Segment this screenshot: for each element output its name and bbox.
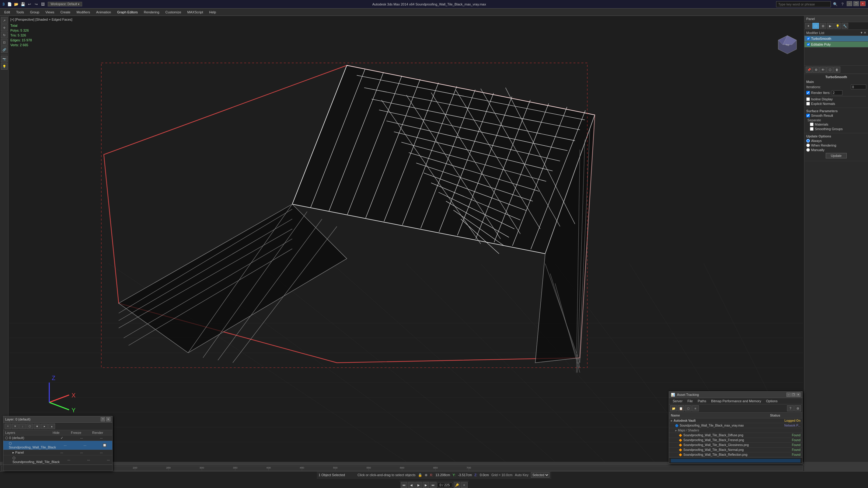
panel-tab-modify[interactable]: ⬡ — [812, 23, 819, 29]
panel-tab-utilities[interactable]: 🔧 — [841, 23, 848, 29]
remove-modifier-btn[interactable]: 🗑 — [834, 67, 840, 73]
close-button[interactable]: ✕ — [860, 1, 866, 6]
modifier-editable-poly[interactable]: Editable Poly — [804, 42, 868, 47]
render-iters-input[interactable] — [832, 90, 842, 95]
menu-create[interactable]: Create — [57, 8, 73, 15]
layer-select-objects-btn[interactable]: ⬡ — [27, 424, 33, 429]
layer-collapse-btn[interactable]: ▴ — [49, 424, 55, 429]
menu-modifiers[interactable]: Modifiers — [73, 8, 93, 15]
layer-delete-btn[interactable]: ✕ — [12, 424, 19, 429]
asset-panel-minimize-btn[interactable]: – — [786, 393, 791, 397]
menu-maxscript[interactable]: MAXScript — [184, 8, 206, 15]
menu-animation[interactable]: Animation — [93, 8, 114, 15]
asset-row-maps[interactable]: ▸ Maps / Shaders — [669, 428, 802, 433]
undo-icon[interactable]: ↩ — [27, 1, 33, 7]
when-rendering-radio[interactable] — [806, 143, 810, 147]
open-icon[interactable]: 📂 — [13, 1, 19, 7]
help-search-input[interactable] — [776, 1, 831, 7]
asset-menu-options[interactable]: Options — [764, 399, 780, 403]
asset-row-max-file[interactable]: 🔵 Soundproofing_Wall_Tile_Black_max_vray… — [669, 423, 802, 428]
layer-row-soundproofing[interactable]: ⬡ Soundproofing_Wall_Tile_Black ··· ··· … — [3, 441, 112, 450]
menu-rendering[interactable]: Rendering — [141, 8, 162, 15]
panel-tab-motion[interactable]: ▶ — [827, 23, 834, 29]
update-button[interactable]: Update — [826, 153, 847, 158]
explicit-normals-checkbox[interactable] — [806, 102, 810, 105]
panel-tab-display[interactable]: 💡 — [834, 23, 841, 29]
menu-views[interactable]: Views — [42, 8, 57, 15]
asset-menu-file[interactable]: File — [685, 399, 695, 403]
asset-panel-close-btn[interactable]: ✕ — [796, 393, 801, 397]
set-key-btn[interactable]: + — [461, 482, 468, 488]
asset-row-fresnel[interactable]: 🔶 Soundproofing_Wall_Tile_Black_Fresnel.… — [669, 438, 802, 443]
link-tool-btn[interactable]: 🔗 — [1, 46, 8, 53]
asset-menu-server[interactable]: Server — [670, 399, 685, 403]
modifier-editable-poly-checkbox[interactable] — [807, 43, 810, 46]
asset-row-vault[interactable]: ▸ Autodesk Vault Logged On — [669, 418, 802, 423]
next-frame-btn[interactable]: ▶ — [423, 482, 429, 488]
play-btn[interactable]: ▶ — [415, 482, 422, 488]
layer-new-btn[interactable]: + — [5, 424, 11, 429]
menu-help[interactable]: Help — [206, 8, 219, 15]
menu-tools[interactable]: Tools — [13, 8, 27, 15]
smooth-result-checkbox[interactable] — [806, 114, 810, 117]
layer-row-panel[interactable]: ▸ Panel ··· ··· ··· — [3, 450, 112, 455]
asset-toolbar-btn2[interactable]: 📋 — [678, 405, 684, 411]
modifier-list-close-btn[interactable]: ✕ — [864, 31, 866, 34]
manually-radio[interactable] — [806, 148, 810, 152]
layer-expand-btn[interactable]: ▸ — [41, 424, 48, 429]
layer-panel-close-btn[interactable]: ✕ — [106, 417, 111, 421]
layer-row-soundproofing2[interactable]: ⬡ Soundproofing_Wall_Tile_Black ··· ··· … — [3, 455, 112, 464]
menu-group[interactable]: Group — [27, 8, 42, 15]
panel-tab-create[interactable]: ✦ — [805, 23, 812, 29]
make-unique-btn[interactable]: ⬡ — [827, 67, 833, 73]
configure-btn[interactable]: ⚙ — [813, 67, 819, 73]
modifier-list-dropdown-btn[interactable]: ▾ — [861, 31, 863, 35]
asset-row-reflection[interactable]: 🔶 Soundproofing_Wall_Tile_Black_Reflecti… — [669, 452, 802, 457]
pin-stack-btn[interactable]: 📌 — [806, 67, 812, 73]
menu-edit[interactable]: Edit — [1, 8, 13, 15]
asset-toolbar-btn1[interactable]: 📁 — [670, 405, 677, 411]
save-icon[interactable]: 💾 — [20, 1, 26, 7]
asset-settings-btn[interactable]: ⚙ — [794, 405, 801, 411]
minimize-button[interactable]: – — [847, 1, 852, 6]
render-icon[interactable]: 🖼 — [40, 1, 46, 7]
layer-scrollbar[interactable] — [3, 464, 112, 471]
redo-icon[interactable]: ↪ — [33, 1, 39, 7]
goto-start-btn[interactable]: ⏮ — [401, 482, 407, 488]
asset-menu-bitmap[interactable]: Bitmap Performance and Memory — [709, 399, 763, 403]
asset-row-glossiness[interactable]: 🔶 Soundproofing_Wall_Tile_Black_Glossine… — [669, 443, 802, 448]
time-ruler[interactable]: 50 100 150 200 250 300 350 400 450 500 5… — [1, 466, 803, 471]
modifier-turbosmooth[interactable]: TurboSmooth — [804, 36, 868, 42]
menu-graph-editors[interactable]: Graph Editors — [114, 8, 141, 15]
asset-help-btn[interactable]: ? — [787, 405, 794, 411]
asset-row-diffuse[interactable]: 🔶 Soundproofing_Wall_Tile_Black_Diffuse.… — [669, 433, 802, 438]
move-tool-btn[interactable]: ✛ — [1, 24, 8, 31]
materials-checkbox[interactable] — [810, 123, 813, 126]
select-tool-btn[interactable]: ↗ — [1, 17, 8, 24]
rotate-tool-btn[interactable]: ↻ — [1, 32, 8, 38]
asset-row-normal[interactable]: 🔶 Soundproofing_Wall_Tile_Black_Normal.p… — [669, 448, 802, 452]
panel-tab-hierarchy[interactable]: ⊞ — [819, 23, 826, 29]
asset-toolbar-btn3[interactable]: ⬡ — [685, 405, 691, 411]
keying-btn[interactable]: 🔑 — [454, 482, 460, 488]
show-result-btn[interactable]: 👁 — [819, 67, 826, 73]
camera-btn[interactable]: 📷 — [1, 56, 8, 62]
iterations-input[interactable] — [851, 85, 866, 89]
help-search-icon[interactable]: 🔍 — [832, 1, 838, 7]
modifier-turbosmooth-checkbox[interactable] — [807, 37, 810, 40]
lights-btn[interactable]: 💡 — [1, 63, 8, 70]
asset-toolbar-btn4[interactable]: ≡ — [692, 405, 699, 411]
asset-menu-paths[interactable]: Paths — [695, 399, 709, 403]
key-mode-select[interactable]: Selected — [531, 472, 550, 478]
layer-add-selection-btn[interactable]: ↓ — [19, 424, 26, 429]
new-icon[interactable]: 📄 — [6, 1, 12, 7]
render-iters-checkbox[interactable] — [806, 91, 810, 95]
always-radio[interactable] — [806, 139, 810, 142]
orientation-cube[interactable]: Top — [777, 34, 798, 55]
menu-customize[interactable]: Customize — [162, 8, 184, 15]
layer-row-default[interactable]: ⬡ 0 (default) ✓ ··· ··· — [3, 435, 112, 441]
goto-end-btn[interactable]: ⏭ — [430, 482, 437, 488]
restore-button[interactable]: ❐ — [854, 1, 859, 6]
layer-panel-help-btn[interactable]: ? — [101, 417, 105, 421]
isoline-display-checkbox[interactable] — [806, 97, 810, 101]
